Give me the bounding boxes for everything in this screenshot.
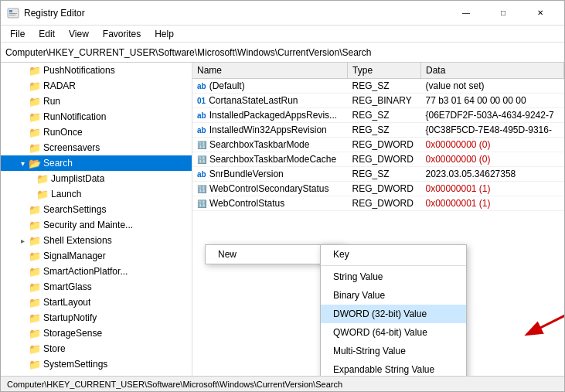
submenu-item[interactable]: QWORD (64-bit) Value bbox=[321, 323, 466, 342]
col-type: Type bbox=[348, 63, 421, 79]
tree-item[interactable]: 📁Security and Mainte... bbox=[1, 217, 192, 233]
tree-item-label: RunNotification bbox=[43, 111, 106, 122]
cell-name: 🔢WebControlStatus bbox=[192, 196, 348, 211]
folder-icon: 📁 bbox=[29, 204, 41, 216]
tree-item-label: SystemSettings bbox=[43, 359, 107, 370]
tree-item-label: Screensavers bbox=[43, 142, 100, 153]
tree-item[interactable]: 📁JumplistData bbox=[1, 171, 192, 186]
table-row[interactable]: abSnrBundleVersionREG_SZ2023.03.05.34627… bbox=[192, 167, 564, 182]
folder-icon: 📁 bbox=[29, 111, 41, 123]
tree-item-label: RADAR bbox=[43, 80, 76, 91]
cell-data: 0x00000001 (1) bbox=[420, 196, 563, 211]
table-row[interactable]: 🔢SearchboxTaskbarModeCacheREG_DWORD0x000… bbox=[192, 152, 564, 167]
tree-item[interactable]: 📁RunOnce bbox=[1, 124, 192, 140]
cell-name: 🔢WebControlSecondaryStatus bbox=[192, 182, 348, 196]
tree-item-label: JumplistData bbox=[51, 173, 104, 184]
submenu-item[interactable]: String Value bbox=[321, 268, 466, 286]
menu-item-help[interactable]: Help bbox=[148, 27, 180, 41]
dword-icon: 🔢 bbox=[197, 141, 206, 149]
folder-icon: 📁 bbox=[29, 281, 41, 293]
submenu-item[interactable]: Binary Value bbox=[321, 286, 466, 305]
folder-icon: 📁 bbox=[29, 343, 41, 355]
table-row[interactable]: 🔢SearchboxTaskbarModeREG_DWORD0x00000000… bbox=[192, 138, 564, 152]
table-row[interactable]: abInstalledPackagedAppsRevis...REG_SZ{06… bbox=[192, 108, 564, 123]
tree-item[interactable]: 📁SystemSettings bbox=[1, 356, 192, 372]
binary-icon: 01 bbox=[197, 97, 206, 105]
registry-data-table: Name Type Data ab(Default)REG_SZ(value n… bbox=[192, 63, 564, 211]
tree-item[interactable]: 📁Run bbox=[1, 94, 192, 109]
right-pane: Name Type Data ab(Default)REG_SZ(value n… bbox=[192, 63, 564, 376]
cell-data: 2023.03.05.34627358 bbox=[420, 167, 563, 182]
submenu-item[interactable]: Multi-String Value bbox=[321, 342, 466, 360]
tree-item[interactable]: 📁PushNotifications bbox=[1, 63, 192, 78]
cell-name-text: InstalledPackagedAppsRevis... bbox=[209, 110, 337, 121]
tree-item-label: PushNotifications bbox=[43, 65, 115, 76]
tree-item[interactable]: 📁Launch bbox=[1, 186, 192, 202]
tree-item[interactable]: 📁SignalManager bbox=[1, 248, 192, 264]
cell-name-text: WebControlStatus bbox=[209, 198, 284, 209]
cell-name-text: SnrBundleVersion bbox=[209, 169, 284, 179]
submenu-item[interactable]: Expandable String Value bbox=[321, 360, 466, 376]
cell-type: REG_SZ bbox=[348, 123, 421, 138]
cell-type: REG_DWORD bbox=[348, 196, 421, 211]
cell-name-text: (Default) bbox=[209, 80, 245, 91]
cell-type: REG_SZ bbox=[348, 108, 421, 123]
submenu-item[interactable]: Key bbox=[321, 245, 466, 264]
tree-item[interactable]: ▾📂Search bbox=[1, 155, 192, 171]
table-row[interactable]: 🔢WebControlStatusREG_DWORD0x00000001 (1) bbox=[192, 196, 564, 211]
cell-name: abSnrBundleVersion bbox=[192, 167, 348, 182]
tree-item[interactable]: 📁Screensavers bbox=[1, 140, 192, 155]
folder-icon: 📁 bbox=[29, 359, 41, 370]
cell-name: 🔢SearchboxTaskbarModeCache bbox=[192, 152, 348, 167]
title-bar: Registry Editor — □ ✕ bbox=[1, 1, 564, 26]
tree-item-label: Shell Extensions bbox=[43, 235, 112, 246]
tree-item[interactable]: 📁SmartActionPlatfor... bbox=[1, 264, 192, 279]
folder-icon: 📁 bbox=[36, 173, 49, 185]
folder-icon: 📁 bbox=[29, 142, 41, 154]
dword-icon: 🔢 bbox=[197, 185, 206, 193]
cell-name: ab(Default) bbox=[192, 79, 348, 94]
tree-item[interactable]: 📁SearchSettings bbox=[1, 202, 192, 217]
cell-data: 0x00000001 (1) bbox=[420, 182, 563, 196]
context-menu-new-label: New bbox=[218, 249, 237, 260]
main-content: 📁PushNotifications📁RADAR📁Run📁RunNotifica… bbox=[1, 63, 564, 376]
tree-item[interactable]: 📁RADAR bbox=[1, 78, 192, 94]
registry-editor-window: Registry Editor — □ ✕ FileEditViewFavori… bbox=[0, 0, 565, 392]
table-row[interactable]: ab(Default)REG_SZ(value not set) bbox=[192, 79, 564, 94]
menu-item-edit[interactable]: Edit bbox=[32, 27, 61, 41]
menu-item-file[interactable]: File bbox=[4, 27, 31, 41]
tree-item[interactable]: 📁StartLayout bbox=[1, 295, 192, 310]
tree-item[interactable]: 📁StorageSense bbox=[1, 326, 192, 341]
table-row[interactable]: abInstalledWin32AppsRevisionREG_SZ{0C38F… bbox=[192, 123, 564, 138]
svg-rect-3 bbox=[9, 15, 15, 15]
cell-type: REG_DWORD bbox=[348, 152, 421, 167]
submenu-item[interactable]: DWORD (32-bit) Value bbox=[321, 305, 466, 323]
status-text: Computer\HKEY_CURRENT_USER\Software\Micr… bbox=[7, 380, 342, 389]
registry-icon bbox=[7, 7, 19, 19]
dword-icon: 🔢 bbox=[197, 155, 206, 164]
tree-item[interactable]: ▸📁Shell Extensions bbox=[1, 233, 192, 248]
tree-item[interactable]: 📁RunNotification bbox=[1, 109, 192, 124]
tree-item-label: StorageSense bbox=[43, 328, 102, 339]
tree-item[interactable]: 📁SmartGlass bbox=[1, 279, 192, 295]
tree-item-label: StartupNotify bbox=[43, 312, 97, 323]
string-icon: ab bbox=[197, 82, 206, 90]
maximize-button[interactable]: □ bbox=[485, 2, 521, 25]
table-row[interactable]: 🔢WebControlSecondaryStatusREG_DWORD0x000… bbox=[192, 182, 564, 196]
minimize-button[interactable]: — bbox=[448, 2, 484, 25]
table-row[interactable]: 01CortanaStateLastRunREG_BINARY77 b3 01 … bbox=[192, 94, 564, 108]
tree-item-label: SignalManager bbox=[43, 251, 106, 261]
dword-icon: 🔢 bbox=[197, 199, 206, 208]
menu-item-favorites[interactable]: Favorites bbox=[97, 27, 147, 41]
close-button[interactable]: ✕ bbox=[522, 2, 558, 25]
menu-item-view[interactable]: View bbox=[63, 27, 95, 41]
string-icon: ab bbox=[197, 111, 206, 120]
folder-icon: 📂 bbox=[29, 158, 41, 169]
address-bar: Computer\HKEY_CURRENT_USER\Software\Micr… bbox=[1, 43, 564, 63]
svg-rect-1 bbox=[9, 10, 12, 12]
tree-item[interactable]: 📁StartupNotify bbox=[1, 310, 192, 326]
cell-data: {06E7DF2F-503A-4634-9242-7 bbox=[420, 108, 563, 123]
cell-type: REG_SZ bbox=[348, 167, 421, 182]
tree-item[interactable]: 📁Store bbox=[1, 341, 192, 356]
tree-item-label: SmartActionPlatfor... bbox=[43, 266, 128, 277]
